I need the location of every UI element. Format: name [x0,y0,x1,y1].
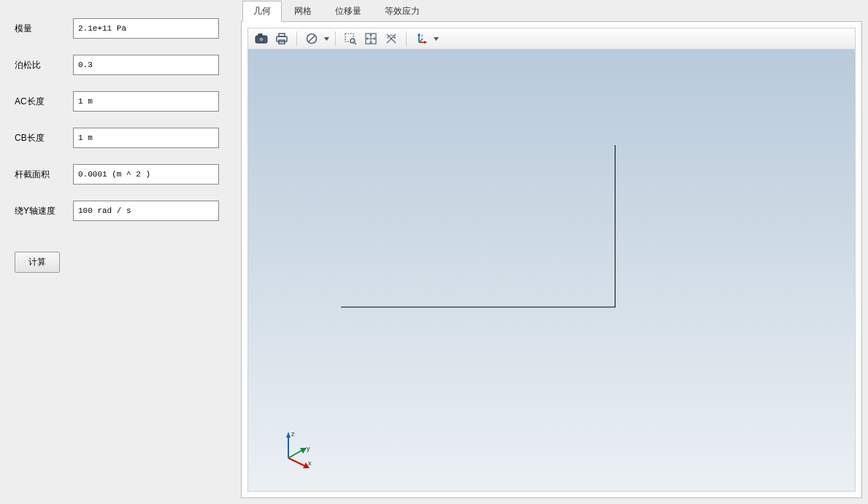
camera-icon[interactable] [253,30,270,47]
svg-marker-28 [434,37,439,41]
input-area[interactable] [73,164,219,185]
input-poisson[interactable] [73,55,219,75]
svg-text:y: y [307,445,310,452]
axis-triad-icon: z x y [277,429,321,469]
fit-view-icon[interactable] [362,30,380,47]
tab-mesh[interactable]: 网格 [283,1,323,22]
tab-geometry[interactable]: 几何 [242,1,282,22]
svg-text:z: z [291,430,295,438]
svg-text:y: y [421,33,423,37]
toolbar-separator [406,31,407,46]
svg-marker-30 [286,432,291,438]
label-area: 杆截面积 [15,168,73,181]
viewer-toolbar: y [247,28,856,50]
label-cb-length: CB长度 [15,132,73,144]
svg-line-11 [354,42,356,44]
tab-stress[interactable]: 等效应力 [374,1,431,22]
input-ac-length[interactable] [73,91,219,112]
label-poisson: 泊松比 [15,59,73,71]
dropdown-icon[interactable] [323,37,329,41]
input-angular-vel[interactable] [73,201,219,221]
toolbar-separator [296,31,297,46]
viewport-canvas[interactable]: z x y [247,50,856,492]
label-angular-vel: 绕Y轴速度 [15,205,73,217]
input-modulus[interactable] [73,18,219,39]
svg-line-7 [309,36,315,42]
svg-marker-23 [418,33,420,36]
calculate-button[interactable]: 计算 [15,252,60,273]
svg-point-1 [259,37,264,42]
svg-marker-25 [424,41,427,44]
svg-marker-8 [324,37,329,41]
geometry-shape [248,50,855,491]
input-cb-length[interactable] [73,128,219,148]
label-modulus: 模量 [15,23,73,35]
label-ac-length: AC长度 [15,96,73,108]
tab-bar: 几何 网格 位移量 等效应力 [241,1,862,22]
svg-rect-4 [279,34,285,36]
svg-rect-3 [277,36,287,42]
svg-text:x: x [308,460,312,467]
print-icon[interactable] [273,30,291,47]
parameters-panel: 模量 泊松比 AC长度 CB长度 杆截面积 绕Y轴速度 计算 [0,0,239,504]
viewer-frame: y z x y [241,21,862,498]
toolbar-separator [335,31,336,46]
viewer-panel: 几何 网格 位移量 等效应力 [239,0,868,504]
svg-rect-2 [258,34,262,36]
zoom-window-icon[interactable] [342,30,359,47]
svg-line-32 [288,458,307,467]
tab-displacement[interactable]: 位移量 [324,1,372,22]
rotate-view-icon[interactable] [383,30,400,47]
axes-icon[interactable]: y [412,30,430,47]
svg-line-35 [288,449,304,458]
no-symbol-icon[interactable] [303,30,320,47]
svg-rect-9 [345,34,353,42]
dropdown-icon[interactable] [433,37,439,41]
